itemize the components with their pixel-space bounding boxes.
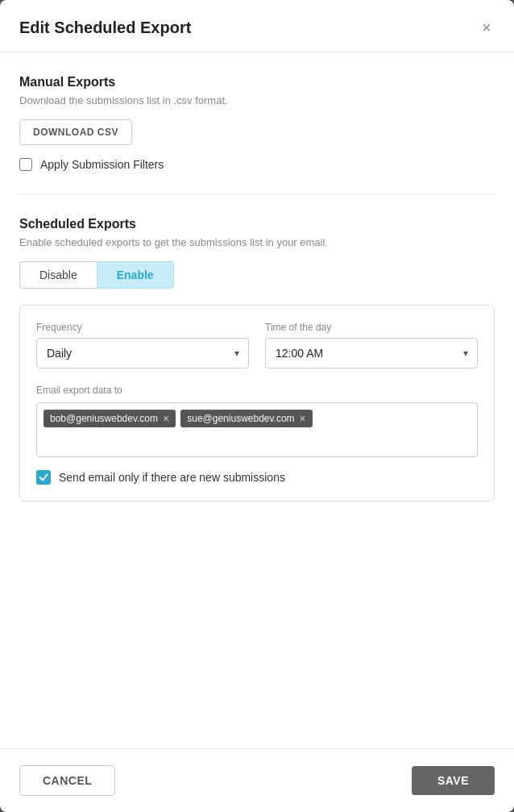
modal-title: Edit Scheduled Export xyxy=(19,19,191,37)
new-submissions-checkbox[interactable] xyxy=(36,470,51,485)
new-submissions-label: Send email only if there are new submiss… xyxy=(59,471,285,484)
apply-filters-label: Apply Submission Filters xyxy=(40,158,164,171)
frequency-select-wrapper: Daily Weekly Monthly ▾ xyxy=(36,338,249,369)
email-tag-sue: sue@geniuswebdev.com × xyxy=(180,410,313,427)
scheduled-settings-box: Frequency Daily Weekly Monthly ▾ Time of… xyxy=(19,305,495,502)
apply-filters-checkbox[interactable] xyxy=(19,158,32,171)
disable-button[interactable]: Disable xyxy=(19,261,97,289)
enable-disable-toggle: Disable Enable xyxy=(19,261,495,289)
section-divider xyxy=(19,194,495,194)
modal: Edit Scheduled Export × Manual Exports D… xyxy=(0,0,514,812)
modal-footer: CANCEL SAVE xyxy=(0,748,514,812)
scheduled-exports-section: Scheduled Exports Enable scheduled expor… xyxy=(19,217,495,502)
email-tag-sue-address: sue@geniuswebdev.com xyxy=(187,413,294,424)
email-tag-bob: bob@geniuswebdev.com × xyxy=(44,410,176,427)
checkmark-icon xyxy=(39,473,48,482)
time-group: Time of the day 12:00 AM 1:00 AM 2:00 AM… xyxy=(265,322,478,369)
modal-header: Edit Scheduled Export × xyxy=(0,0,514,52)
time-select[interactable]: 12:00 AM 1:00 AM 2:00 AM 6:00 AM 9:00 AM… xyxy=(265,338,478,369)
modal-body: Manual Exports Download the submissions … xyxy=(0,52,514,748)
apply-filters-row: Apply Submission Filters xyxy=(19,158,495,171)
time-label: Time of the day xyxy=(265,322,478,333)
remove-sue-button[interactable]: × xyxy=(300,413,306,424)
frequency-label: Frequency xyxy=(36,322,249,333)
manual-exports-subtitle: Download the submissions list in .csv fo… xyxy=(19,94,495,106)
email-export-group: Email export data to bob@geniuswebdev.co… xyxy=(36,385,478,457)
manual-exports-title: Manual Exports xyxy=(19,75,495,90)
frequency-select[interactable]: Daily Weekly Monthly xyxy=(36,338,249,369)
email-tag-bob-address: bob@geniuswebdev.com xyxy=(50,413,158,424)
save-button[interactable]: SAVE xyxy=(412,766,495,795)
manual-exports-section: Manual Exports Download the submissions … xyxy=(19,75,495,171)
frequency-group: Frequency Daily Weekly Monthly ▾ xyxy=(36,322,249,369)
scheduled-exports-subtitle: Enable scheduled exports to get the subm… xyxy=(19,236,495,248)
scheduled-exports-title: Scheduled Exports xyxy=(19,217,495,231)
time-select-wrapper: 12:00 AM 1:00 AM 2:00 AM 6:00 AM 9:00 AM… xyxy=(265,338,478,369)
download-csv-button[interactable]: DOWNLOAD CSV xyxy=(19,119,132,145)
email-export-label: Email export data to xyxy=(36,385,478,396)
remove-bob-button[interactable]: × xyxy=(163,413,169,424)
frequency-time-row: Frequency Daily Weekly Monthly ▾ Time of… xyxy=(36,322,478,369)
close-button[interactable]: × xyxy=(479,16,495,39)
email-tags-box[interactable]: bob@geniuswebdev.com × sue@geniuswebdev.… xyxy=(36,402,478,457)
enable-button[interactable]: Enable xyxy=(97,261,174,289)
new-submissions-row: Send email only if there are new submiss… xyxy=(36,470,478,485)
cancel-button[interactable]: CANCEL xyxy=(19,765,115,796)
